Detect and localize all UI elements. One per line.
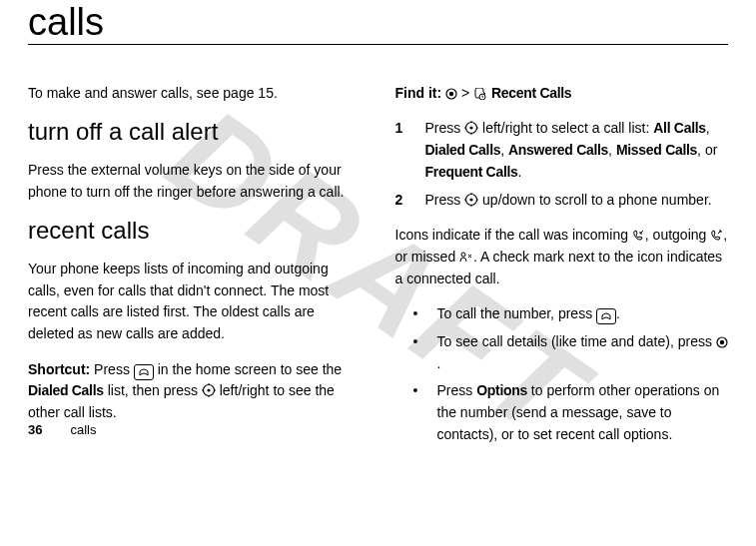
bullet-dot: • <box>413 303 423 325</box>
shortcut-text-1: Press <box>90 361 134 377</box>
step-2-text-a: Press <box>425 192 465 208</box>
right-column: Find it: > Recent Calls 1 Press left/rig… <box>395 69 729 452</box>
step-1-text-b: left/right to select a call list: <box>478 120 653 136</box>
step-1: 1 Press left/right to select a call list… <box>395 118 729 183</box>
step-2: 2 Press up/down to scroll to a phone num… <box>395 190 729 212</box>
center-key-icon <box>445 85 457 101</box>
heading-recent-calls: recent calls <box>28 217 362 245</box>
turn-off-alert-text: Press the external volume keys on the si… <box>28 160 362 203</box>
step-1-text-g: . <box>518 164 522 180</box>
shortcut-dialed-calls: Dialed Calls <box>28 382 104 398</box>
svg-point-8 <box>470 198 473 201</box>
page-title: calls <box>28 0 728 45</box>
bullet-3: • Press Options to perform other operati… <box>413 380 729 445</box>
step-1-text-f: , or <box>697 142 717 158</box>
bullet-3-body: Press Options to perform other operation… <box>437 380 729 445</box>
send-key-icon <box>134 364 154 380</box>
shortcut-text-3: list, then press <box>104 382 202 398</box>
nav-key-icon <box>202 382 216 398</box>
step-1-text-a: Press <box>425 120 465 136</box>
icons-text-a: Icons indicate if the call was incoming <box>395 227 632 243</box>
center-key-icon <box>716 333 728 349</box>
bullet-2-text-a: To see call details (like time and date)… <box>437 333 716 349</box>
bullet-2-body: To see call details (like time and date)… <box>437 331 729 374</box>
icons-text-b: , outgoing <box>645 227 710 243</box>
step-2-text-b: up/down to scroll to a phone number. <box>478 192 711 208</box>
nav-key-icon <box>464 120 478 136</box>
bullet-1-body: To call the number, press . <box>437 303 620 325</box>
bullet-1-text-b: . <box>616 305 620 321</box>
missed-calls-label: Missed Calls <box>616 142 697 158</box>
incoming-call-icon <box>632 227 645 243</box>
shortcut-text-2: in the home screen to see the <box>154 361 342 377</box>
intro-text: To make and answer calls, see page 15. <box>28 83 362 105</box>
step-2-body: Press up/down to scroll to a phone numbe… <box>425 190 712 212</box>
missed-call-icon <box>459 249 473 265</box>
bullet-dot: • <box>413 331 423 374</box>
left-column: To make and answer calls, see page 15. t… <box>28 69 362 452</box>
step-1-number: 1 <box>395 118 409 183</box>
recent-calls-icon <box>473 85 487 101</box>
bullet-3-text-a: Press <box>437 382 477 398</box>
heading-turn-off-alert: turn off a call alert <box>28 118 362 146</box>
find-it-line: Find it: > Recent Calls <box>395 83 729 105</box>
find-it-label: Find it: <box>395 85 446 101</box>
shortcut-label: Shortcut: <box>28 361 90 377</box>
frequent-calls-label: Frequent Calls <box>425 164 518 180</box>
step-1-text-d: , <box>500 142 508 158</box>
outgoing-call-icon <box>710 227 723 243</box>
bullet-2-text-b: . <box>437 355 441 371</box>
step-1-text-e: , <box>608 142 616 158</box>
svg-point-1 <box>207 389 210 392</box>
nav-key-icon <box>464 192 478 208</box>
svg-point-11 <box>720 340 724 344</box>
options-label: Options <box>476 382 527 398</box>
find-it-menu-label: Recent Calls <box>491 85 571 101</box>
shortcut-paragraph: Shortcut: Press in the home screen to se… <box>28 359 362 424</box>
svg-point-9 <box>461 253 465 257</box>
step-1-body: Press left/right to select a call list: … <box>425 118 729 183</box>
bullet-2: • To see call details (like time and dat… <box>413 331 729 374</box>
all-calls-label: All Calls <box>653 120 706 136</box>
find-it-gt: > <box>457 85 473 101</box>
dialed-calls-label: Dialed Calls <box>425 142 501 158</box>
footer-section: calls <box>70 422 96 437</box>
bullet-1-text-a: To call the number, press <box>437 305 597 321</box>
send-key-icon <box>596 308 616 324</box>
step-2-number: 2 <box>395 190 409 212</box>
recent-calls-text: Your phone keeps lists of incoming and o… <box>28 259 362 345</box>
two-column-layout: To make and answer calls, see page 15. t… <box>28 69 728 452</box>
svg-point-3 <box>449 92 453 96</box>
answered-calls-label: Answered Calls <box>508 142 608 158</box>
svg-point-6 <box>470 127 473 130</box>
page-number: 36 <box>28 422 42 437</box>
step-1-text-c: , <box>706 120 710 136</box>
bullet-dot: • <box>413 380 423 445</box>
page-footer: 36calls <box>28 422 96 437</box>
bullet-1: • To call the number, press . <box>413 303 729 325</box>
page-content: calls To make and answer calls, see page… <box>0 0 756 451</box>
icons-paragraph: Icons indicate if the call was incoming … <box>395 225 729 289</box>
